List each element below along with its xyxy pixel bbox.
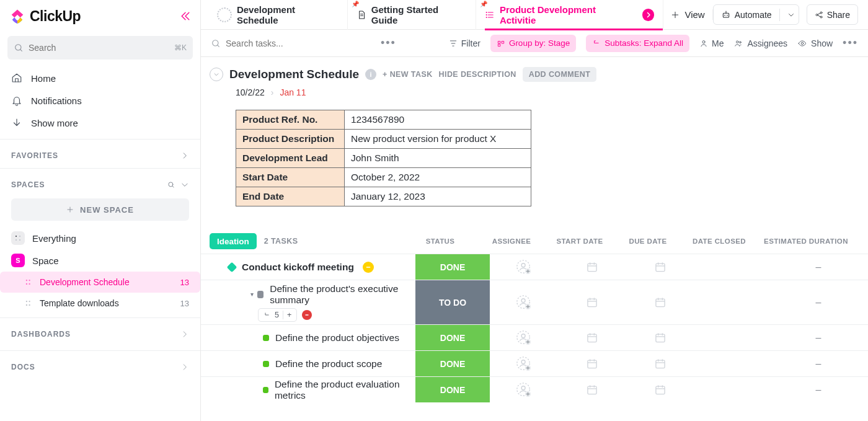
task-status-dot[interactable] (263, 335, 269, 341)
favorites-header[interactable]: FAVORITES (0, 147, 200, 164)
status-cell[interactable]: DONE (415, 254, 490, 280)
show-button[interactable]: Show (797, 38, 833, 48)
tab-development-schedule[interactable]: Development Schedule (208, 0, 348, 30)
info-icon[interactable]: i (365, 69, 376, 80)
nav-notifications[interactable]: Notifications (5, 89, 195, 112)
clickup-icon (9, 7, 26, 25)
automate-button[interactable]: Automate (713, 4, 799, 25)
share-button[interactable]: Share (807, 4, 858, 25)
task-row[interactable]: Define the product scopeDONE– (201, 350, 868, 376)
status-cell[interactable]: DONE (415, 377, 490, 402)
duration-cell[interactable]: – (769, 262, 868, 273)
task-status-dot[interactable] (263, 361, 269, 367)
plus-icon (66, 206, 74, 213)
assignee-cell[interactable] (490, 259, 558, 275)
due-date-cell[interactable] (626, 296, 694, 309)
col-assignee[interactable]: ASSIGNEE (477, 237, 546, 245)
col-status[interactable]: STATUS (403, 237, 477, 245)
global-search[interactable]: ⌘K (7, 36, 193, 60)
dashboards-section[interactable]: DASHBOARDS (0, 318, 200, 350)
stage-chip[interactable]: Ideation (210, 233, 257, 249)
collapse-sidebar-icon[interactable] (179, 10, 192, 22)
task-search-input[interactable] (226, 38, 372, 48)
hide-description-button[interactable]: HIDE DESCRIPTION (439, 70, 516, 79)
task-row[interactable]: ▾Define the product's executive summary5… (201, 280, 868, 324)
app-logo[interactable]: ClickUp (9, 7, 81, 25)
start-date-cell[interactable] (558, 332, 626, 344)
list-icon (25, 299, 33, 308)
svg-point-15 (486, 14, 487, 16)
nav-home[interactable]: Home (5, 67, 195, 89)
chevron-down-icon[interactable] (180, 180, 189, 189)
list-development-schedule[interactable]: Development Schedule 13 (0, 272, 200, 293)
status-cell[interactable]: DONE (415, 325, 490, 350)
start-date-cell[interactable] (558, 358, 626, 370)
chevron-down-icon[interactable] (787, 11, 795, 19)
assignee-cell[interactable] (490, 382, 558, 398)
plus-icon[interactable]: + (287, 311, 291, 319)
kebab-icon[interactable]: ••• (843, 37, 858, 50)
tab-product-dev-activities[interactable]: 📌 Product Development Activitie (476, 0, 663, 30)
arrow-right-circle-icon[interactable] (642, 9, 655, 21)
task-row[interactable]: Define the product evaluation metricsDON… (201, 376, 868, 402)
add-view-button[interactable]: View (663, 9, 712, 20)
space-item[interactable]: S Space (0, 249, 200, 272)
filter-button[interactable]: Filter (449, 38, 480, 48)
task-status-dot[interactable] (227, 262, 237, 272)
task-title[interactable]: Define the product's executive summary (270, 283, 415, 306)
due-date-cell[interactable] (626, 261, 694, 273)
space-everything[interactable]: Everything (0, 227, 200, 249)
due-date-cell[interactable] (626, 384, 694, 396)
due-date-cell[interactable] (626, 358, 694, 370)
expand-caret-icon[interactable]: ▾ (250, 291, 254, 298)
duration-cell[interactable]: – (769, 297, 868, 308)
list-due-date[interactable]: Jan 11 (280, 87, 306, 97)
subtask-count[interactable]: 5+ (258, 308, 297, 322)
task-status-icon[interactable] (257, 291, 264, 298)
list-template-downloads[interactable]: Template downloads 13 (0, 293, 200, 314)
assignee-cell[interactable] (490, 356, 558, 372)
assignee-cell[interactable] (490, 330, 558, 346)
task-row[interactable]: Conduct kickoff meetingDONE– (201, 254, 868, 280)
grid-icon (11, 231, 25, 245)
search-icon[interactable] (167, 180, 175, 189)
assignee-cell[interactable] (490, 295, 558, 311)
status-cell[interactable]: DONE (415, 351, 490, 376)
nav-show-more[interactable]: Show more (5, 112, 195, 134)
col-duration[interactable]: ESTIMATED DURATION (756, 237, 856, 245)
start-date-cell[interactable] (558, 296, 626, 309)
svg-point-27 (801, 42, 804, 45)
col-startdate[interactable]: START DATE (546, 237, 614, 245)
duration-cell[interactable]: – (769, 384, 868, 396)
group-by-pill[interactable]: Group by: Stage (490, 35, 576, 52)
list-start-date[interactable]: 10/2/22 (236, 87, 265, 97)
more-icon[interactable]: ••• (381, 37, 396, 50)
col-duedate[interactable]: DUE DATE (614, 237, 682, 245)
me-button[interactable]: Me (699, 38, 724, 48)
new-space-button[interactable]: NEW SPACE (11, 198, 189, 221)
col-closed[interactable]: DATE CLOSED (682, 237, 756, 245)
docs-section[interactable]: DOCS (0, 351, 200, 383)
new-task-button[interactable]: + NEW TASK (383, 70, 433, 79)
task-title[interactable]: Define the product scope (275, 358, 382, 370)
svg-point-19 (727, 14, 728, 16)
task-title[interactable]: Conduct kickoff meeting (242, 262, 354, 273)
due-date-cell[interactable] (626, 332, 694, 344)
task-title[interactable]: Define the product evaluation metrics (275, 379, 415, 401)
task-row[interactable]: Define the product objectivesDONE– (201, 324, 868, 350)
start-date-cell[interactable] (558, 384, 626, 396)
duration-cell[interactable]: – (769, 332, 868, 343)
subtasks-pill[interactable]: Subtasks: Expand All (586, 35, 689, 52)
tab-getting-started[interactable]: 📌 Getting Started Guide (348, 0, 476, 30)
status-cell[interactable]: TO DO (415, 280, 490, 324)
task-status-dot[interactable] (263, 387, 268, 393)
collapse-list-icon[interactable] (210, 68, 223, 81)
add-comment-button[interactable]: ADD COMMENT (523, 67, 597, 82)
start-date-cell[interactable] (558, 261, 626, 273)
task-title[interactable]: Define the product objectives (275, 332, 399, 343)
spaces-header[interactable]: SPACES (0, 176, 200, 193)
assignees-button[interactable]: Assignees (733, 38, 787, 48)
task-search[interactable] (211, 38, 372, 48)
duration-cell[interactable]: – (769, 358, 868, 370)
global-search-input[interactable] (29, 43, 174, 53)
